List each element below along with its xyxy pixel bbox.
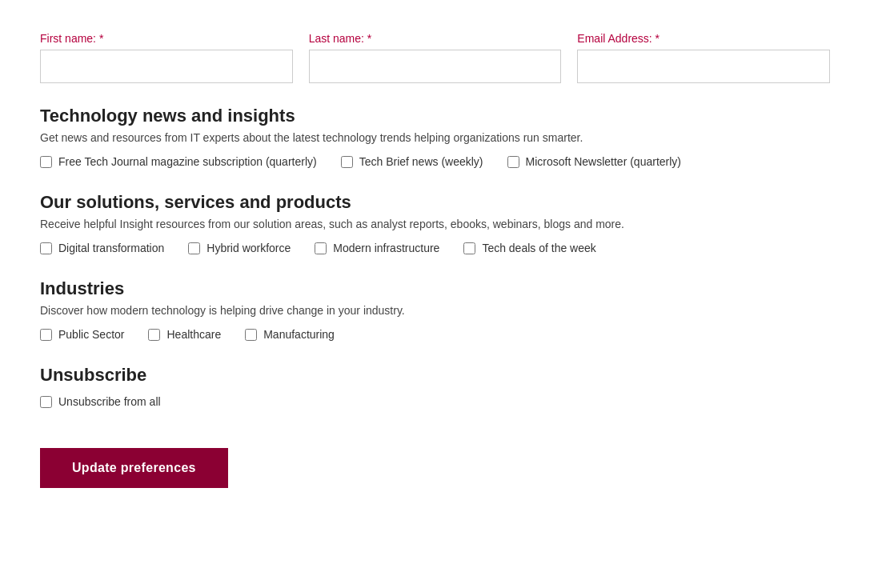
industries-checkboxes: Public Sector Healthcare Manufacturing (40, 328, 830, 341)
solutions-title: Our solutions, services and products (40, 192, 830, 213)
checkbox-public-sector[interactable]: Public Sector (40, 328, 124, 341)
checkbox-public-sector-input[interactable] (40, 329, 52, 341)
first-name-label: First name: * (40, 32, 293, 45)
checkbox-tech-brief-input[interactable] (341, 156, 353, 168)
email-label: Email Address: * (577, 32, 830, 45)
checkbox-free-tech-journal-label: Free Tech Journal magazine subscription … (58, 155, 317, 168)
checkbox-healthcare[interactable]: Healthcare (148, 328, 221, 341)
email-field: Email Address: * (577, 32, 830, 83)
unsubscribe-checkboxes: Unsubscribe from all (40, 395, 830, 408)
solutions-checkboxes: Digital transformation Hybrid workforce … (40, 242, 830, 254)
checkbox-healthcare-input[interactable] (148, 329, 160, 341)
checkbox-digital-transformation-input[interactable] (40, 242, 52, 254)
last-name-input[interactable] (309, 50, 562, 83)
checkbox-healthcare-label: Healthcare (166, 328, 221, 341)
checkbox-tech-deals-label: Tech deals of the week (482, 242, 595, 254)
solutions-section: Our solutions, services and products Rec… (40, 192, 830, 254)
tech-news-checkboxes: Free Tech Journal magazine subscription … (40, 155, 830, 168)
checkbox-free-tech-journal-input[interactable] (40, 156, 52, 168)
email-input[interactable] (577, 50, 830, 83)
checkbox-free-tech-journal[interactable]: Free Tech Journal magazine subscription … (40, 155, 317, 168)
checkbox-digital-transformation-label: Digital transformation (58, 242, 164, 254)
checkbox-microsoft-newsletter-label: Microsoft Newsletter (quarterly) (526, 155, 682, 168)
checkbox-modern-infrastructure-input[interactable] (315, 242, 327, 254)
checkbox-hybrid-workforce[interactable]: Hybrid workforce (188, 242, 291, 254)
checkbox-digital-transformation[interactable]: Digital transformation (40, 242, 164, 254)
checkbox-manufacturing[interactable]: Manufacturing (245, 328, 335, 341)
update-preferences-button[interactable]: Update preferences (40, 448, 228, 488)
first-name-field: First name: * (40, 32, 293, 83)
unsubscribe-title: Unsubscribe (40, 365, 830, 386)
solutions-desc: Receive helpful Insight resources from o… (40, 218, 830, 230)
checkbox-tech-deals[interactable]: Tech deals of the week (463, 242, 595, 254)
checkbox-hybrid-workforce-input[interactable] (188, 242, 200, 254)
last-name-field: Last name: * (309, 32, 562, 83)
checkbox-public-sector-label: Public Sector (58, 328, 124, 341)
checkbox-unsubscribe-all[interactable]: Unsubscribe from all (40, 395, 161, 408)
industries-desc: Discover how modern technology is helpin… (40, 304, 830, 317)
form-fields-row: First name: * Last name: * Email Address… (40, 32, 830, 83)
industries-title: Industries (40, 278, 830, 299)
tech-news-title: Technology news and insights (40, 106, 830, 126)
first-name-input[interactable] (40, 50, 293, 83)
checkbox-unsubscribe-all-input[interactable] (40, 396, 52, 408)
checkbox-tech-brief-label: Tech Brief news (weekly) (359, 155, 483, 168)
checkbox-microsoft-newsletter-input[interactable] (507, 156, 519, 168)
tech-news-section: Technology news and insights Get news an… (40, 106, 830, 168)
last-name-label: Last name: * (309, 32, 562, 45)
unsubscribe-section: Unsubscribe Unsubscribe from all (40, 365, 830, 408)
checkbox-manufacturing-input[interactable] (245, 329, 257, 341)
checkbox-tech-brief[interactable]: Tech Brief news (weekly) (341, 155, 483, 168)
checkbox-microsoft-newsletter[interactable]: Microsoft Newsletter (quarterly) (507, 155, 682, 168)
checkbox-modern-infrastructure[interactable]: Modern infrastructure (315, 242, 439, 254)
tech-news-desc: Get news and resources from IT experts a… (40, 131, 830, 144)
checkbox-manufacturing-label: Manufacturing (263, 328, 335, 341)
industries-section: Industries Discover how modern technolog… (40, 278, 830, 341)
checkbox-modern-infrastructure-label: Modern infrastructure (333, 242, 439, 254)
checkbox-tech-deals-input[interactable] (463, 242, 475, 254)
checkbox-hybrid-workforce-label: Hybrid workforce (206, 242, 291, 254)
checkbox-unsubscribe-all-label: Unsubscribe from all (58, 395, 161, 408)
